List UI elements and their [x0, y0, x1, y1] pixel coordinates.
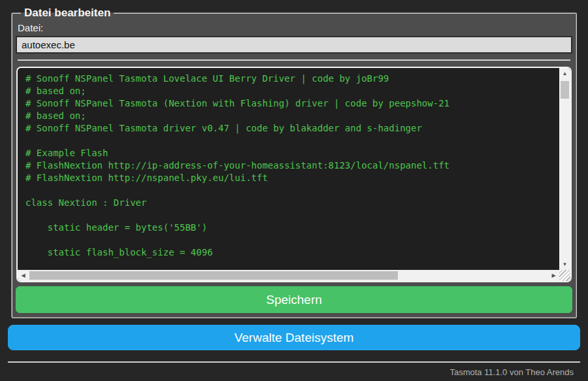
manage-filesystem-button[interactable]: Verwalte Dateisystem: [8, 325, 580, 350]
scroll-right-icon[interactable]: ▶: [548, 270, 559, 281]
horizontal-scrollbar[interactable]: ◀ ▶: [18, 270, 559, 281]
scroll-left-icon[interactable]: ◀: [18, 270, 29, 281]
file-content-editor: # Sonoff NSPanel Tasmota Lovelace UI Ber…: [16, 67, 572, 282]
file-name-label: Datei:: [18, 22, 572, 33]
horizontal-scrollbar-thumb[interactable]: [29, 271, 398, 280]
panel-title: Datei bearbeiten: [21, 7, 114, 20]
vertical-scrollbar[interactable]: ▲ ▼: [559, 68, 570, 270]
resize-grip-icon[interactable]: [559, 270, 570, 281]
edit-file-panel: Datei bearbeiten Datei: # Sonoff NSPanel…: [11, 7, 577, 318]
scroll-down-icon[interactable]: ▼: [559, 259, 570, 270]
footer-divider: [8, 361, 580, 363]
panel-divider: [18, 59, 570, 61]
vertical-scrollbar-thumb[interactable]: [561, 81, 569, 99]
save-button[interactable]: Speichern: [16, 286, 572, 313]
scroll-up-icon[interactable]: ▲: [559, 68, 570, 79]
file-name-input[interactable]: [16, 36, 572, 54]
footer-version-text: Tasmota 11.1.0 von Theo Arends: [8, 367, 580, 377]
file-content-textarea[interactable]: # Sonoff NSPanel Tasmota Lovelace UI Ber…: [18, 68, 559, 270]
